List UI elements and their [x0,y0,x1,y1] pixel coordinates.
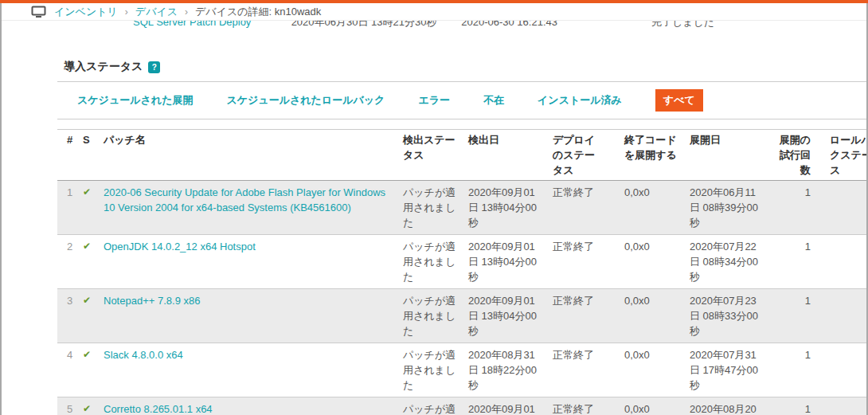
heading-divider [57,81,866,82]
help-icon[interactable]: ? [148,61,160,73]
deploy-date-cell: 2020年07月22日 08時34分00秒 [682,235,766,289]
deployment-config-link[interactable]: SQL Server Patch Deploy [133,21,251,28]
row-number: 4 [57,343,81,397]
breadcrumb-separator: › [185,6,188,18]
deploy-date-cell: 2020年08月20日 18時24分00秒 [682,397,766,415]
table-header-row: # S パッチ名 検出ステータス 検出日 デプロイのステータス 終了コードを展開… [57,130,868,181]
breadcrumb-current-page: デバイスの詳細: kn10wadk [195,5,321,19]
rollback-status-cell [822,181,868,235]
table-row: 1 ✔ 2020-06 Security Update for Adobe Fl… [57,181,868,235]
patch-name-link[interactable]: Slack 4.8.0.0 x64 [104,349,183,361]
tab-installed[interactable]: インストール済み [538,93,622,108]
table-row: 4 ✔ Slack 4.8.0.0 x64 パッチが適用されました 2020年0… [57,343,868,397]
rollback-status-cell [822,397,868,415]
header-number: # [57,130,81,181]
rollback-status-cell [822,235,868,289]
check-icon: ✔ [81,235,99,289]
rollback-status-cell [822,343,868,397]
deployment-status-table: # S パッチ名 検出ステータス 検出日 デプロイのステータス 終了コードを展開… [57,129,868,415]
patch-name-link[interactable]: Notepad++ 7.8.9 x86 [104,295,200,307]
exit-code-cell: 0,0x0 [600,343,682,397]
tab-scheduled-deployment[interactable]: スケジュールされた展開 [77,93,193,108]
header-attempt-count: 展開の試行回数 [766,130,822,181]
row-number: 5 [57,397,81,415]
deploy-status-cell: 正常終了 [545,235,600,289]
header-detect-status: 検出ステータス [395,130,460,181]
tab-all-active[interactable]: すべて [655,89,703,112]
breadcrumb-link-inventory[interactable]: インベントリ [54,5,118,19]
exit-code-cell: 0,0x0 [600,397,682,415]
detect-date-cell: 2020年08月31日 18時22分00秒 [460,343,545,397]
detect-date-cell: 2020年09月01日 13時04分00秒 [460,289,545,343]
deployment-status-text: 完了しました [651,21,714,29]
breadcrumb-link-devices[interactable]: デバイス [135,5,178,19]
check-icon: ✔ [81,343,99,397]
breadcrumb-separator: › [125,6,128,18]
tab-absent[interactable]: 不在 [483,93,504,108]
attempt-count-cell: 1 [766,289,822,343]
header-deploy-status: デプロイのステータス [545,130,600,181]
detect-date-cell: 2020年09月01日 13時04分00秒 [460,397,545,415]
header-rollback-status: ロールバックステータス [822,130,868,181]
row-number: 1 [57,181,81,235]
tab-scheduled-rollback[interactable]: スケジュールされたロールバック [226,93,385,108]
row-number: 3 [57,289,81,343]
exit-code-cell: 0,0x0 [600,181,682,235]
main-content: 導入ステータス ? スケジュールされた展開 スケジュールされたロールバック エラ… [2,60,866,415]
detect-status-cell: パッチが適用されました [395,343,460,397]
deploy-status-cell: 正常終了 [545,343,600,397]
header-deploy-date: 展開日 [682,130,766,181]
deployment-time-2: 2020-06-30 16:21:43 [461,21,612,28]
header-exit-code: 終了コードを展開する [600,130,682,181]
status-filter-tabs: スケジュールされた展開 スケジュールされたロールバック エラー 不在 インストー… [77,89,866,112]
deployment-time: 2020年06月30日 13時21分30秒 [291,21,459,29]
exit-code-cell: 0,0x0 [600,235,682,289]
deploy-status-cell: 正常終了 [545,181,600,235]
detect-status-cell: パッチが適用されました [395,235,460,289]
detect-date-cell: 2020年09月01日 13時04分00秒 [460,181,545,235]
header-detect-date: 検出日 [460,130,545,181]
device-monitor-icon [31,6,46,18]
table-row: 3 ✔ Notepad++ 7.8.9 x86 パッチが適用されました 2020… [57,289,868,343]
detect-status-cell: パッチが適用されました [395,289,460,343]
deploy-date-cell: 2020年07月31日 17時47分00秒 [682,343,766,397]
scrolled-out-row: SQL Server Patch Deploy 2020年06月30日 13時2… [2,21,866,33]
deploy-status-cell: 正常終了 [545,397,600,415]
attempt-count-cell: 1 [766,343,822,397]
check-icon: ✔ [81,181,99,235]
patch-name-link[interactable]: 2020-06 Security Update for Adobe Flash … [104,186,385,213]
patch-name-link[interactable]: OpenJDK 14.0.2_12 x64 Hotspot [104,241,256,253]
table-row: 2 ✔ OpenJDK 14.0.2_12 x64 Hotspot パッチが適用… [57,235,868,289]
check-icon: ✔ [81,397,99,415]
header-patch-name: パッチ名 [99,130,395,181]
detect-status-cell: パッチが適用されました [395,397,460,415]
attempt-count-cell: 1 [766,235,822,289]
breadcrumb: インベントリ › デバイス › デバイスの詳細: kn10wadk [2,3,866,21]
tabs-divider [57,119,866,119]
section-heading: 導入ステータス ? [64,60,866,74]
attempt-count-cell: 1 [766,181,822,235]
header-status-flag: S [81,130,99,181]
exit-code-cell: 0,0x0 [600,289,682,343]
deploy-status-cell: 正常終了 [545,289,600,343]
deploy-date-cell: 2020年07月23日 08時33分00秒 [682,289,766,343]
table-row: 5 ✔ Corretto 8.265.01.1 x64 パッチが適用されました … [57,397,868,415]
check-icon: ✔ [81,289,99,343]
deploy-date-cell: 2020年06月11日 08時39分00秒 [682,181,766,235]
detect-date-cell: 2020年09月01日 13時04分00秒 [460,235,545,289]
rollback-status-cell [822,289,868,343]
tab-error[interactable]: エラー [418,93,450,108]
detect-status-cell: パッチが適用されました [395,181,460,235]
attempt-count-cell: 1 [766,397,822,415]
row-number: 2 [57,235,81,289]
patch-name-link[interactable]: Corretto 8.265.01.1 x64 [104,403,213,415]
section-title: 導入ステータス [64,60,143,74]
app-window: インベントリ › デバイス › デバイスの詳細: kn10wadk SQL Se… [0,3,868,415]
